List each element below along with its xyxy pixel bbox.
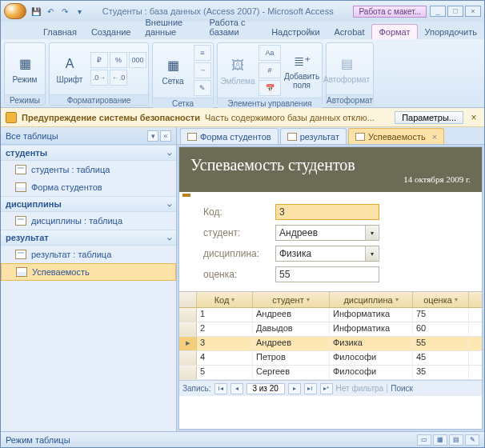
chevron-down-icon[interactable]: ▾ (395, 296, 399, 303)
close-icon[interactable]: × (432, 132, 437, 142)
security-close-icon[interactable]: × (468, 112, 479, 123)
undo-icon[interactable]: ↶ (44, 5, 57, 18)
cell-kod[interactable]: 5 (197, 366, 253, 379)
cell-grade[interactable]: 55 (413, 337, 469, 350)
grid-button[interactable]: ▦ Сетка (154, 46, 191, 94)
cell-kod[interactable]: 3 (197, 337, 253, 350)
document-tab[interactable]: Форма студентов (180, 128, 279, 144)
nav-header[interactable]: Все таблицы ▾ « (1, 127, 176, 145)
font-button[interactable]: A Шрифт (51, 45, 88, 93)
security-options-button[interactable]: Параметры... (395, 111, 463, 124)
chevron-down-icon[interactable]: ▾ (455, 296, 458, 303)
nav-item[interactable]: дисциплины : таблица (1, 212, 176, 230)
tab-acrobat[interactable]: Acrobat (327, 24, 372, 39)
nav-item[interactable]: Форма студентов (1, 178, 176, 196)
table-row[interactable]: 5СергеевФилософи35 (179, 366, 482, 380)
view-datasheet-icon[interactable]: ▦ (433, 434, 447, 446)
cell-student[interactable]: Петров (253, 351, 330, 365)
field-kod[interactable]: 3 (275, 204, 379, 220)
row-selector-header[interactable] (179, 292, 197, 307)
decimal-inc-icon[interactable]: .0→ (90, 70, 108, 86)
cell-discipline[interactable]: Философи (330, 351, 413, 365)
new-record-button[interactable]: ▸* (320, 383, 333, 394)
col-grade[interactable]: оценка▾ (413, 292, 469, 307)
view-design-icon[interactable]: ✎ (465, 434, 479, 446)
row-selector[interactable] (179, 322, 197, 336)
currency-icon[interactable]: ₽ (90, 52, 108, 68)
datetime-icon[interactable]: 📅 (259, 80, 281, 96)
save-icon[interactable]: 💾 (30, 5, 42, 18)
table-row[interactable]: 4ПетровФилософи45 (179, 351, 482, 366)
view-form-icon[interactable]: ▭ (417, 434, 431, 446)
cell-student[interactable]: Сергеев (253, 366, 330, 379)
cell-grade[interactable]: 45 (413, 351, 469, 365)
search-label[interactable]: Поиск (387, 384, 413, 393)
cell-discipline[interactable]: Информатика (330, 322, 413, 336)
cell-kod[interactable]: 4 (197, 351, 253, 365)
nav-group-header[interactable]: результат⌵ (1, 230, 176, 246)
autoformat-button[interactable]: ▤ Автоформат (328, 45, 365, 93)
first-record-button[interactable]: I◂ (214, 383, 227, 394)
line-style-icon[interactable]: ┄ (194, 62, 211, 78)
view-button[interactable]: ▦ Режим (6, 45, 43, 93)
record-position-input[interactable] (247, 383, 285, 394)
col-discipline[interactable]: дисциплина▾ (330, 292, 413, 307)
cell-kod[interactable]: 2 (197, 322, 253, 336)
prev-record-button[interactable]: ◂ (230, 383, 243, 394)
nav-dropdown-icon[interactable]: ▾ (147, 130, 158, 142)
field-discipline[interactable]: Физика▾ (275, 246, 379, 262)
chevron-down-icon[interactable]: ▾ (307, 296, 310, 303)
line-color-icon[interactable]: ✎ (194, 80, 211, 96)
nav-item[interactable]: результат : таблица (1, 246, 176, 263)
title-icon[interactable]: Aa (259, 45, 281, 61)
percent-icon[interactable]: % (110, 52, 127, 68)
table-row[interactable]: ▸3АндреевФизика55 (179, 337, 482, 351)
nav-item[interactable]: Успеваемость (1, 263, 176, 281)
cell-grade[interactable]: 35 (413, 366, 469, 379)
emblem-button[interactable]: 🖼 Эмблема (219, 46, 256, 94)
cell-student[interactable]: Андреев (253, 337, 330, 350)
chevron-down-icon[interactable]: ▾ (365, 226, 378, 240)
field-student[interactable]: Андреев▾ (275, 225, 379, 241)
nav-group-header[interactable]: дисциплины⌵ (1, 196, 176, 212)
row-selector[interactable] (179, 308, 197, 322)
col-student[interactable]: студент▾ (253, 292, 330, 307)
line-width-icon[interactable]: ≡ (194, 45, 211, 61)
minimize-button[interactable]: _ (430, 6, 446, 17)
tab-dbtools[interactable]: Работа с базами (202, 14, 265, 39)
cell-grade[interactable]: 75 (413, 308, 469, 322)
field-grade[interactable]: 55 (275, 266, 379, 282)
document-tab[interactable]: Успеваемость× (348, 128, 444, 144)
redo-icon[interactable]: ↷ (58, 5, 71, 18)
tab-external[interactable]: Внешние данные (138, 14, 202, 39)
cell-discipline[interactable]: Информатика (330, 308, 413, 322)
decimal-dec-icon[interactable]: ←.0 (110, 70, 127, 86)
nav-item[interactable]: студенты : таблица (1, 161, 176, 178)
cell-discipline[interactable]: Философи (330, 366, 413, 379)
pagenum-icon[interactable]: # (259, 62, 281, 78)
table-row[interactable]: 2ДавыдовИнформатика60 (179, 322, 482, 337)
row-selector[interactable] (179, 351, 197, 365)
cell-student[interactable]: Давыдов (253, 322, 330, 336)
tab-arrange[interactable]: Упорядочить (418, 24, 484, 39)
next-record-button[interactable]: ▸ (288, 383, 301, 394)
nav-group-header[interactable]: студенты⌵ (1, 145, 176, 161)
cell-grade[interactable]: 60 (413, 322, 469, 336)
add-fields-button[interactable]: ≣⁺ Добавить поля (283, 46, 320, 94)
col-kod[interactable]: Код▾ (197, 292, 253, 307)
document-tab[interactable]: результат (280, 128, 347, 144)
tab-create[interactable]: Создание (84, 24, 138, 39)
table-row[interactable]: 1АндреевИнформатика75 (179, 308, 482, 322)
row-selector[interactable]: ▸ (179, 337, 197, 350)
close-button[interactable]: × (465, 6, 481, 17)
tab-format[interactable]: Формат (371, 24, 417, 39)
last-record-button[interactable]: ▸I (304, 383, 317, 394)
chevron-down-icon[interactable]: ▾ (365, 246, 378, 261)
office-button[interactable] (4, 3, 26, 19)
tab-home[interactable]: Главная (36, 24, 84, 39)
cell-discipline[interactable]: Физика (330, 337, 413, 350)
qat-menu-icon[interactable]: ▾ (73, 5, 86, 18)
row-selector[interactable] (179, 366, 197, 379)
cell-student[interactable]: Андреев (253, 308, 330, 322)
cell-kod[interactable]: 1 (197, 308, 253, 322)
